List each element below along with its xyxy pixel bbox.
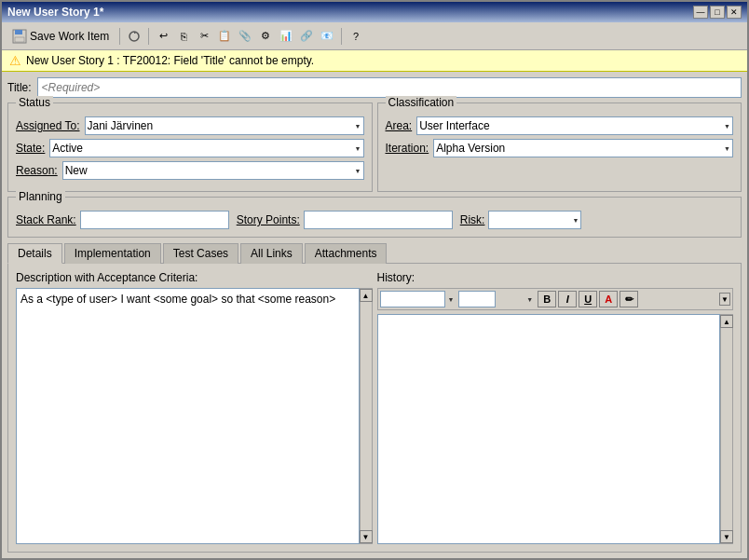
scrollbar-down-btn[interactable]: ▼ — [360, 530, 373, 543]
area-select[interactable]: User Interface Backend Database — [416, 116, 733, 135]
toolbar-copy-button[interactable]: ⎘ — [174, 27, 193, 46]
risk-label[interactable]: Risk: — [460, 213, 485, 226]
toolbar-undo-button[interactable]: ↩ — [154, 27, 172, 46]
tab-bar: Details Implementation Test Cases All Li… — [7, 242, 742, 264]
main-window: New User Story 1* — □ ✕ Save Work Item ↩… — [0, 0, 749, 560]
history-font-dropdown-wrap — [380, 291, 457, 307]
risk-dropdown-wrap: Low Medium High — [488, 211, 581, 229]
toolbar-btn-5[interactable]: 📎 — [236, 27, 254, 46]
history-highlight-btn[interactable]: ✏ — [620, 291, 638, 307]
reason-dropdown-wrap: New Approved Committed — [62, 161, 364, 180]
history-bold-btn[interactable]: B — [538, 291, 556, 307]
description-textarea[interactable] — [16, 288, 360, 544]
description-panel: Description with Acceptance Criteria: ▲ … — [16, 271, 373, 544]
history-panel: History: B I U A ✏ — [377, 271, 734, 544]
iteration-select[interactable]: Alpha Version Beta Version Release — [433, 139, 733, 157]
history-scrollbar[interactable]: ▲ ▼ — [720, 314, 733, 544]
toolbar-cut-button[interactable]: ✂ — [195, 27, 213, 46]
iteration-row: Iteration: Alpha Version Beta Version Re… — [386, 139, 734, 157]
status-group-title: Status — [16, 96, 53, 109]
status-classification-row: Status Assigned To: Jani Järvinen State:… — [7, 102, 742, 192]
stack-rank-field: Stack Rank: — [16, 211, 229, 229]
warning-icon: ⚠ — [9, 53, 21, 68]
warning-bar: ⚠ New User Story 1 : TF20012: Field 'Tit… — [2, 50, 747, 72]
reason-label[interactable]: Reason: — [16, 164, 58, 177]
state-dropdown-wrap: Active Resolved Closed — [49, 139, 363, 157]
save-icon — [12, 29, 27, 44]
title-bar: New User Story 1* — □ ✕ — [2, 2, 747, 22]
svg-rect-2 — [15, 37, 24, 42]
tab-details[interactable]: Details — [7, 243, 62, 264]
history-font-color-btn[interactable]: A — [599, 291, 618, 307]
svg-rect-1 — [15, 30, 22, 34]
tab-implementation[interactable]: Implementation — [64, 243, 161, 264]
history-underline-btn[interactable]: U — [579, 291, 597, 307]
title-label: Title: — [7, 81, 32, 94]
risk-field: Risk: Low Medium High — [460, 211, 582, 229]
tab-all-links[interactable]: All Links — [240, 243, 303, 264]
assigned-to-dropdown-wrap: Jani Järvinen — [85, 116, 364, 135]
history-textarea[interactable] — [377, 314, 721, 544]
story-points-input[interactable] — [304, 211, 453, 229]
history-scrollbar-down-btn[interactable]: ▼ — [720, 530, 733, 543]
story-points-field: Story Points: — [237, 211, 453, 229]
warning-message: New User Story 1 : TF20012: Field 'Title… — [26, 54, 314, 67]
tabs-area: Details Implementation Test Cases All Li… — [7, 242, 742, 553]
status-group: Status Assigned To: Jani Järvinen State:… — [7, 102, 373, 192]
toolbar-help-button[interactable]: ? — [347, 27, 365, 46]
history-font-select[interactable] — [380, 291, 445, 307]
tab-content-details: Description with Acceptance Criteria: ▲ … — [7, 264, 742, 553]
toolbar-paste-button[interactable]: 📋 — [215, 27, 234, 46]
risk-select[interactable]: Low Medium High — [488, 211, 581, 229]
state-select[interactable]: Active Resolved Closed — [49, 139, 363, 157]
assigned-to-select[interactable]: Jani Järvinen — [85, 116, 364, 135]
iteration-label[interactable]: Iteration: — [386, 142, 429, 155]
history-italic-btn[interactable]: I — [558, 291, 577, 307]
history-toolbar: B I U A ✏ ▼ — [377, 288, 734, 310]
save-work-item-label: Save Work Item — [30, 30, 109, 43]
toolbar-sep-2 — [148, 28, 149, 45]
restore-button[interactable]: □ — [710, 6, 725, 19]
window-controls: — □ ✕ — [693, 6, 742, 19]
classification-group-title: Classification — [386, 96, 457, 109]
history-label: History: — [377, 271, 734, 284]
toolbar: Save Work Item ↩ ⎘ ✂ 📋 📎 ⚙ 📊 🔗 📧 ? — [2, 22, 747, 50]
description-label: Description with Acceptance Criteria: — [16, 271, 373, 284]
classification-group: Classification Area: User Interface Back… — [377, 102, 742, 192]
tab-test-cases[interactable]: Test Cases — [163, 243, 238, 264]
area-dropdown-wrap: User Interface Backend Database — [416, 116, 733, 135]
reason-row: Reason: New Approved Committed — [16, 161, 364, 180]
title-input[interactable] — [37, 77, 742, 98]
area-label[interactable]: Area: — [386, 119, 413, 132]
history-scrollbar-up-btn[interactable]: ▲ — [720, 315, 733, 328]
toolbar-btn-7[interactable]: 📊 — [277, 27, 295, 46]
history-size-dropdown-wrap — [458, 291, 536, 307]
planning-row: Stack Rank: Story Points: Risk: Low Medi… — [16, 211, 733, 229]
close-button[interactable]: ✕ — [727, 6, 742, 19]
toolbar-icon-btn-1[interactable] — [125, 27, 143, 46]
tab-attachments[interactable]: Attachments — [305, 243, 388, 264]
assigned-to-label[interactable]: Assigned To: — [16, 119, 80, 132]
toolbar-btn-8[interactable]: 🔗 — [297, 27, 316, 46]
stack-rank-label[interactable]: Stack Rank: — [16, 213, 76, 226]
stack-rank-input[interactable] — [80, 211, 229, 229]
planning-group-title: Planning — [16, 190, 65, 203]
toolbar-btn-9[interactable]: 📧 — [318, 27, 336, 46]
save-work-item-button[interactable]: Save Work Item — [7, 26, 115, 47]
planning-group: Planning Stack Rank: Story Points: Risk: — [7, 197, 742, 238]
content-area: Title: Status Assigned To: Jani Järvinen… — [2, 72, 747, 558]
reason-select[interactable]: New Approved Committed — [62, 161, 364, 180]
scrollbar-up-btn[interactable]: ▲ — [360, 289, 373, 302]
title-row: Title: — [7, 77, 742, 98]
toolbar-btn-6[interactable]: ⚙ — [256, 27, 275, 46]
state-row: State: Active Resolved Closed — [16, 139, 364, 157]
assigned-to-row: Assigned To: Jani Järvinen — [16, 116, 364, 135]
minimize-button[interactable]: — — [693, 6, 708, 19]
iteration-dropdown-wrap: Alpha Version Beta Version Release — [433, 139, 733, 157]
history-size-select[interactable] — [458, 291, 496, 307]
toolbar-sep-3 — [341, 28, 342, 45]
story-points-label[interactable]: Story Points: — [237, 213, 300, 226]
state-label[interactable]: State: — [16, 142, 45, 155]
description-scrollbar[interactable]: ▲ ▼ — [360, 288, 373, 544]
history-toolbar-scroll[interactable]: ▼ — [719, 293, 730, 306]
